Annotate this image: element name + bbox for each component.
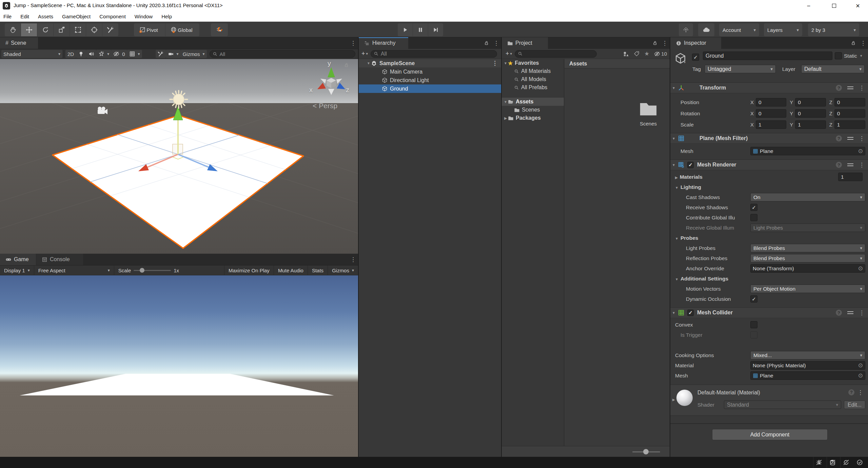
dynamic-occlusion-checkbox[interactable]: ✓ (750, 295, 757, 303)
grid-snap-button[interactable] (211, 23, 228, 36)
receive-shadows-checkbox[interactable]: ✓ (750, 204, 757, 211)
gizmo-lock-icon[interactable] (344, 62, 349, 68)
perspective-toggle[interactable]: < Persp (313, 102, 337, 110)
scene-viewport[interactable]: y x z < Persp (0, 59, 358, 254)
favorites-star-icon[interactable]: ★ (644, 50, 649, 57)
tab-project[interactable]: Project (502, 37, 548, 49)
kebab-menu-icon[interactable]: ⋮ (859, 84, 865, 92)
close-button[interactable]: ✕ (848, 0, 868, 12)
scene-effects-dropdown[interactable]: ▾ (96, 50, 111, 58)
layer-dropdown[interactable]: Default ▾ (801, 65, 865, 73)
layers-dropdown[interactable]: Layers ▾ (764, 23, 802, 36)
chevron-down-icon[interactable]: ▾ (860, 54, 862, 58)
debugger-detached-button[interactable] (813, 457, 825, 468)
menu-component[interactable]: Component (99, 14, 126, 19)
kebab-menu-icon[interactable]: ⋮ (859, 135, 865, 142)
stats-button[interactable]: Stats (308, 266, 328, 275)
tab-scene[interactable]: # Scene (0, 37, 38, 49)
hierarchy-item-main-camera[interactable]: Main Camera (359, 67, 501, 76)
help-icon[interactable]: ? (836, 310, 842, 316)
foldout-closed-icon[interactable]: ▶ (503, 116, 508, 120)
contribute-gi-checkbox[interactable] (750, 214, 757, 221)
mesh-object-field[interactable]: Plane ⊙ (750, 147, 865, 155)
help-icon[interactable]: ? (836, 135, 842, 141)
aspect-dropdown[interactable]: Free Aspect ▾ (34, 266, 114, 275)
scale-slider[interactable] (134, 270, 171, 271)
material-preview-header[interactable]: ▶ Default-Material (Material) Shader Sta… (670, 385, 868, 416)
scene-tools-button[interactable] (156, 50, 166, 58)
light-probes-dropdown[interactable]: Blend Probes▾ (750, 244, 865, 252)
kebab-menu-icon[interactable]: ⋮ (859, 309, 865, 316)
lock-icon[interactable] (851, 40, 856, 46)
scale-y-field[interactable]: 1 (795, 120, 826, 129)
foldout-closed-icon[interactable]: ▶ (672, 398, 675, 402)
scene-visibility-toggle[interactable]: 0 (111, 50, 127, 58)
foldout-open-icon[interactable]: ▼ (670, 86, 677, 90)
chevron-down-icon[interactable]: ▾ (684, 60, 686, 64)
favorites-row[interactable]: ▼ ★ Favorites (502, 59, 564, 67)
tab-hierarchy[interactable]: Hierarchy (359, 37, 408, 49)
foldout-open-icon[interactable]: ▼ (670, 311, 677, 315)
lock-icon[interactable] (484, 40, 489, 46)
cloud-collab-button[interactable] (698, 23, 714, 36)
collider-mesh-field[interactable]: Plane ⊙ (750, 371, 865, 380)
tab-inspector[interactable]: Inspector (670, 37, 721, 49)
object-picker-icon[interactable]: ⊙ (858, 362, 863, 369)
auto-refresh-button[interactable] (840, 457, 852, 468)
object-picker-icon[interactable]: ⊙ (858, 265, 863, 272)
presets-icon[interactable] (847, 136, 853, 141)
favorite-all-materials[interactable]: All Materials (502, 67, 564, 75)
maximize-on-play-button[interactable]: Maximize On Play (224, 266, 274, 275)
tab-game[interactable]: Game (0, 254, 36, 265)
mesh-renderer-header[interactable]: ▼ ✓ Mesh Renderer ? ⋮ (670, 159, 868, 170)
position-x-field[interactable]: 0 (756, 98, 786, 106)
foldout-closed-icon[interactable]: ▶ (675, 176, 678, 179)
scale-x-field[interactable]: 1 (756, 120, 786, 129)
active-checkbox[interactable]: ✓ (692, 54, 699, 61)
tab-console[interactable]: Console (36, 254, 83, 265)
create-object-button[interactable]: + ▾ (361, 50, 368, 57)
2d-toggle-button[interactable]: 2D (65, 50, 76, 58)
kebab-menu-icon[interactable]: ⋮ (859, 161, 865, 169)
rotation-y-field[interactable]: 0 (795, 109, 826, 118)
rotate-tool-button[interactable] (37, 23, 53, 36)
foldout-open-icon[interactable]: ▼ (503, 100, 508, 104)
help-icon[interactable]: ? (836, 85, 842, 91)
mute-audio-button[interactable]: Mute Audio (274, 266, 308, 275)
position-y-field[interactable]: 0 (795, 98, 826, 106)
menu-file[interactable]: File (3, 14, 12, 19)
hidden-packages-toggle[interactable]: 10 (654, 51, 667, 57)
scene-gizmos-dropdown[interactable]: Gizmos▾ (181, 50, 207, 58)
play-button[interactable] (398, 23, 413, 36)
packages-row[interactable]: ▶ Packages (502, 114, 564, 122)
anchor-override-field[interactable]: None (Transform)⊙ (750, 264, 865, 273)
additional-settings-foldout-row[interactable]: ▼Additional Settings (670, 274, 865, 283)
foldout-open-icon[interactable]: ▼ (675, 237, 678, 240)
kebab-menu-icon[interactable]: ⋮ (662, 40, 668, 47)
scene-audio-toggle[interactable] (86, 50, 96, 58)
mesh-filter-header[interactable]: ▼ Plane (Mesh Filter) ? ⋮ (670, 133, 868, 144)
position-z-field[interactable]: 0 (834, 98, 865, 106)
add-component-button[interactable]: Add Component (712, 429, 828, 440)
cooking-options-dropdown[interactable]: Mixed...▾ (750, 351, 865, 359)
assets-row[interactable]: ▼ Assets (502, 98, 564, 106)
thumbnail-zoom-thumb[interactable] (643, 449, 649, 454)
global-toggle-button[interactable]: Global (165, 23, 199, 36)
rotation-z-field[interactable]: 0 (834, 109, 865, 118)
scene-camera-dropdown[interactable]: ▾ (166, 50, 181, 58)
hierarchy-item-directional-light[interactable]: Directional Light (359, 76, 501, 84)
hierarchy-item-ground[interactable]: Ground (359, 84, 501, 93)
restore-button[interactable] (824, 0, 844, 12)
foldout-open-icon[interactable]: ▼ (670, 137, 677, 140)
game-viewport[interactable] (0, 275, 358, 457)
game-gizmos-dropdown[interactable]: Gizmos ▾ (328, 266, 358, 275)
scene-grid-dropdown[interactable]: ▾ (127, 50, 142, 58)
hand-tool-button[interactable] (5, 23, 21, 36)
menu-assets[interactable]: Assets (38, 14, 53, 19)
scale-z-field[interactable]: 1 (834, 120, 865, 129)
object-picker-icon[interactable]: ⊙ (858, 148, 863, 155)
presets-icon[interactable] (847, 310, 853, 315)
account-dropdown[interactable]: Account ▾ (719, 23, 759, 36)
menu-window[interactable]: Window (135, 14, 153, 19)
cache-server-button[interactable] (827, 457, 838, 468)
